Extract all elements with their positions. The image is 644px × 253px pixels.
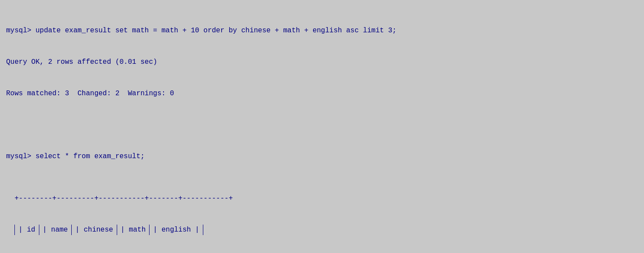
col-header-name: | name	[39, 225, 72, 235]
col-header-english: | english |	[150, 225, 203, 235]
result-table: | id | name | chinese | math | english |	[14, 225, 203, 235]
result-table-wrapper: +--------+---------+-----------+-------+…	[14, 172, 233, 253]
table-header-row: | id | name | chinese | math | english |	[15, 225, 203, 235]
terminal-output: mysql> update exam_result set math = mat…	[6, 4, 638, 253]
blank-line-1	[6, 120, 638, 130]
query-ok-line: Query OK, 2 rows affected (0.01 sec)	[6, 57, 638, 67]
command-line-1: mysql> update exam_result set math = mat…	[6, 25, 638, 36]
select-command-line: mysql> select * from exam_result;	[6, 151, 638, 162]
col-header-math: | math	[117, 225, 150, 235]
col-header-id: | id	[15, 225, 39, 235]
col-header-chinese: | chinese	[72, 225, 117, 235]
top-separator: +--------+---------+-----------+-------+…	[14, 193, 233, 204]
rows-matched-line: Rows matched: 3 Changed: 2 Warnings: 0	[6, 88, 638, 99]
